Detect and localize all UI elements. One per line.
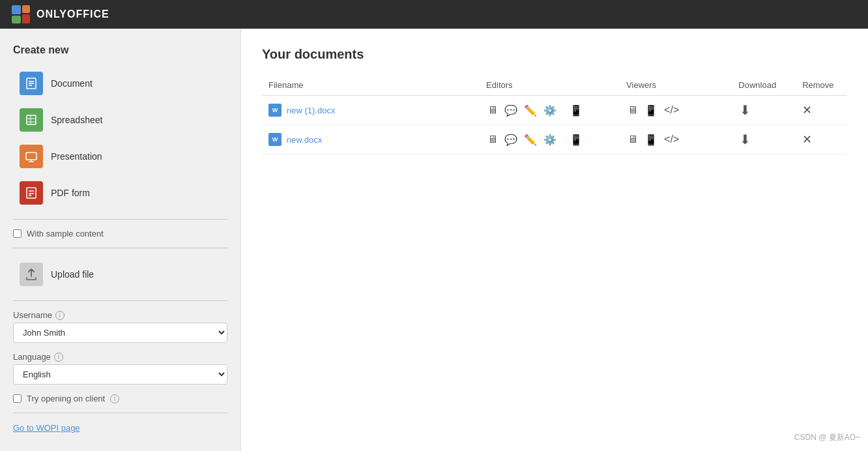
viewers-cell: 🖥 📱 </> xyxy=(620,125,732,154)
sample-content-row: With sample content xyxy=(13,229,227,239)
editor-chat-icon[interactable]: 💬 xyxy=(503,132,519,147)
viewer-embed-icon[interactable]: </> xyxy=(663,132,680,147)
svg-rect-0 xyxy=(12,5,21,14)
sidebar: Create new Document xyxy=(0,29,241,451)
svg-rect-3 xyxy=(22,14,30,23)
svg-rect-15 xyxy=(27,188,36,198)
language-info-icon[interactable]: i xyxy=(54,353,63,362)
documents-table: Filename Editors Viewers Download Remove… xyxy=(262,75,847,154)
editor-edit-icon[interactable]: ✏️ xyxy=(523,103,538,118)
filename-link[interactable]: new (1).docx xyxy=(287,106,335,115)
editor-settings-icon[interactable]: ⚙️ xyxy=(542,103,558,118)
remove-cell: ✕ xyxy=(796,96,847,125)
create-pdfform-button[interactable]: PDF form xyxy=(13,176,227,210)
col-viewers: Viewers xyxy=(620,75,732,96)
try-opening-info-icon[interactable]: i xyxy=(110,394,119,403)
main-content: Your documents Filename Editors Viewers … xyxy=(241,29,868,451)
pdfform-label: PDF form xyxy=(51,188,90,198)
editor-desktop-icon[interactable]: 🖥 xyxy=(486,132,499,147)
try-opening-label[interactable]: Try opening on client xyxy=(27,394,105,403)
remove-icon[interactable]: ✕ xyxy=(802,104,812,117)
file-type-icon: W xyxy=(268,104,282,117)
editor-edit-icon[interactable]: ✏️ xyxy=(523,132,538,147)
file-type-icon: W xyxy=(268,133,282,146)
document-label: Document xyxy=(51,78,93,89)
language-label: Language i xyxy=(13,352,227,362)
viewer-mobile-icon[interactable]: 📱 xyxy=(643,103,659,118)
col-download: Download xyxy=(732,75,796,96)
divider-4 xyxy=(13,413,227,413)
download-cell: ⬇ xyxy=(732,125,796,154)
editor-mobile-icon[interactable]: 📱 xyxy=(568,132,584,147)
filename-cell: W new (1).docx xyxy=(262,96,480,125)
wopi-link[interactable]: Go to WOPI page xyxy=(13,423,80,433)
table-row: W new (1).docx 🖥 💬 ✏️ ⚙️ 📱 🖥 📱 </> xyxy=(262,96,847,125)
presentation-icon xyxy=(20,145,43,168)
divider-1 xyxy=(13,219,227,220)
editors-cell: 🖥 💬 ✏️ ⚙️ 📱 xyxy=(480,96,620,125)
col-editors: Editors xyxy=(480,75,620,96)
viewers-cell: 🖥 📱 </> xyxy=(620,96,732,125)
document-icon xyxy=(20,72,43,95)
viewer-embed-icon[interactable]: </> xyxy=(663,103,680,117)
username-field-group: Username i John Smith xyxy=(13,310,227,343)
download-icon[interactable]: ⬇ xyxy=(738,131,752,148)
download-icon[interactable]: ⬇ xyxy=(738,102,752,119)
create-spreadsheet-button[interactable]: Spreadsheet xyxy=(13,103,227,137)
svg-rect-12 xyxy=(26,153,36,160)
spreadsheet-label: Spreadsheet xyxy=(51,115,102,125)
divider-2 xyxy=(13,248,227,248)
table-row: W new.docx 🖥 💬 ✏️ ⚙️ 📱 🖥 📱 </> xyxy=(262,125,847,154)
editors-cell: 🖥 💬 ✏️ ⚙️ 📱 xyxy=(480,125,620,154)
svg-rect-1 xyxy=(12,16,21,23)
spreadsheet-icon xyxy=(20,108,43,132)
language-select[interactable]: English French German Spanish xyxy=(13,364,227,385)
svg-rect-8 xyxy=(27,115,36,124)
col-remove: Remove xyxy=(796,75,847,96)
pdfform-icon xyxy=(20,181,43,205)
viewer-mobile-icon[interactable]: 📱 xyxy=(643,132,659,147)
sample-content-label[interactable]: With sample content xyxy=(27,229,104,239)
editor-desktop-icon[interactable]: 🖥 xyxy=(486,103,499,117)
upload-file-button[interactable]: Upload file xyxy=(13,257,227,291)
logo: ONLYOFFICE xyxy=(10,4,109,25)
editor-mobile-icon[interactable]: 📱 xyxy=(568,103,584,118)
app-title: ONLYOFFICE xyxy=(36,8,109,20)
filename-cell: W new.docx xyxy=(262,125,480,154)
svg-rect-18 xyxy=(29,195,31,196)
filename-link[interactable]: new.docx xyxy=(287,135,322,145)
svg-rect-2 xyxy=(22,5,30,13)
viewer-desktop-icon[interactable]: 🖥 xyxy=(626,132,639,147)
try-opening-checkbox[interactable] xyxy=(13,394,22,403)
create-document-button[interactable]: Document xyxy=(13,66,227,100)
app-layout: Create new Document xyxy=(0,29,868,451)
sample-content-checkbox[interactable] xyxy=(13,229,22,238)
remove-icon[interactable]: ✕ xyxy=(802,133,812,146)
viewer-desktop-icon[interactable]: 🖥 xyxy=(626,103,639,117)
username-select[interactable]: John Smith xyxy=(13,323,227,343)
username-info-icon[interactable]: i xyxy=(55,311,65,320)
onlyoffice-logo-icon xyxy=(10,4,31,25)
remove-cell: ✕ xyxy=(796,125,847,154)
editor-chat-icon[interactable]: 💬 xyxy=(503,103,519,118)
create-presentation-button[interactable]: Presentation xyxy=(13,139,227,173)
main-title: Your documents xyxy=(262,47,847,62)
upload-icon xyxy=(20,263,43,286)
language-field-group: Language i English French German Spanish xyxy=(13,352,227,385)
create-section-title: Create new xyxy=(13,44,227,56)
watermark: CSDN @ 夏新AO~ xyxy=(794,432,860,443)
try-opening-row: Try opening on client i xyxy=(13,394,227,403)
col-filename: Filename xyxy=(262,75,480,96)
divider-3 xyxy=(13,300,227,301)
upload-label: Upload file xyxy=(51,269,94,280)
header: ONLYOFFICE xyxy=(0,0,868,29)
editor-settings-icon[interactable]: ⚙️ xyxy=(542,132,558,147)
username-label: Username i xyxy=(13,310,227,320)
presentation-label: Presentation xyxy=(51,151,102,162)
download-cell: ⬇ xyxy=(732,96,796,125)
